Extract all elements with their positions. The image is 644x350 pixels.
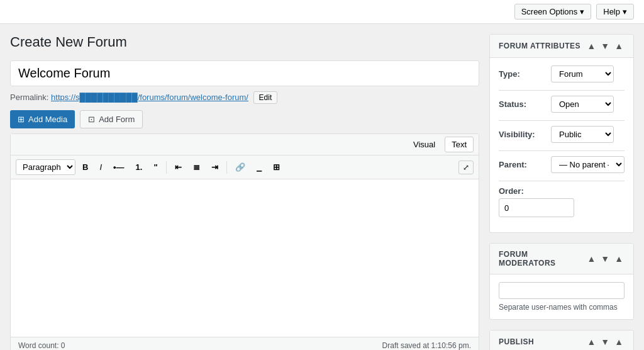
editor-format-bar: Paragraph B I •— 1. " ⇤ ≣ ⇥ 🔗 ⎯ ⊞ ⤢ [11,155,479,179]
publish-collapse-button[interactable]: ▲ [613,337,625,347]
add-form-button[interactable]: ⊡ Add Form [80,110,143,128]
blockquote-button[interactable]: " [149,161,162,174]
expand-editor-button[interactable]: ⤢ [458,161,474,174]
publish-arrows: ▲ ▼ ▲ [586,337,625,347]
visibility-select[interactable]: Public Private Hidden [551,126,614,143]
unordered-list-button[interactable]: •— [109,161,129,174]
status-label: Status: [499,99,546,109]
help-arrow: ▾ [623,7,627,16]
publish-title: PUBLISH [499,337,534,346]
moderators-hint: Separate user-names with commas [499,303,625,312]
ordered-list-button[interactable]: 1. [131,161,147,174]
link-button[interactable]: 🔗 [231,161,250,174]
forum-attributes-collapse-button[interactable]: ▲ [613,41,625,51]
tab-visual[interactable]: Visual [406,137,442,152]
forum-attributes-header: FORUM ATTRIBUTES ▲ ▼ ▲ [490,35,633,58]
forum-moderators-title: FORUM MODERATORS [499,250,586,268]
format-select[interactable]: Paragraph [16,159,75,175]
forum-attributes-arrows: ▲ ▼ ▲ [586,41,625,51]
forum-moderators-down-button[interactable]: ▼ [599,254,611,264]
add-media-icon: ⊞ [18,115,25,124]
moderators-input[interactable] [499,282,625,299]
visibility-field-row: Visibility: Public Private Hidden [499,126,625,143]
format-divider-2 [226,161,227,174]
align-left-button[interactable]: ⇤ [170,161,186,174]
forum-attributes-title: FORUM ATTRIBUTES [499,42,580,50]
permalink-link[interactable]: https://s██████████/forums/forum/welcome… [51,93,248,102]
publish-panel: PUBLISH ▲ ▼ ▲ Move to Trash Publish [489,330,634,350]
order-input[interactable] [499,200,574,216]
sidebar: FORUM ATTRIBUTES ▲ ▼ ▲ Type: Forum Categ… [489,34,634,350]
screen-options-button[interactable]: Screen Options ▾ [514,4,592,20]
forum-moderators-up-button[interactable]: ▲ [586,254,597,264]
editor-toolbar-top: ⊞ Add Media ⊡ Add Form [10,110,479,128]
forum-moderators-body: Separate user-names with commas [490,274,633,319]
tab-text[interactable]: Text [445,137,474,152]
type-label: Type: [499,69,546,79]
forum-attributes-body: Type: Forum Category Status: Open Closed [490,58,633,232]
forum-moderators-panel: FORUM MODERATORS ▲ ▼ ▲ Separate user-nam… [489,243,634,320]
page-title: Create New Forum [10,34,479,50]
horizontal-rule-button[interactable]: ⎯ [252,161,266,174]
field-divider-1 [499,90,625,91]
forum-moderators-arrows: ▲ ▼ ▲ [586,254,625,264]
forum-title-input[interactable] [10,60,479,86]
editor-footer: Word count: 0 Draft saved at 1:10:56 pm. [11,337,479,350]
bold-button[interactable]: B [78,161,92,174]
align-center-button[interactable]: ≣ [189,161,204,174]
editor-area[interactable] [11,179,479,337]
italic-button[interactable]: I [95,161,106,174]
parent-label: Parent: [499,160,546,169]
publish-header: PUBLISH ▲ ▼ ▲ [490,330,633,350]
main-content: Create New Forum Permalink: https://s███… [10,34,479,350]
screen-options-label: Screen Options [521,7,578,16]
order-field-col: Order: ▲ ▼ [499,186,625,217]
field-divider-4 [499,181,625,181]
forum-moderators-collapse-button[interactable]: ▲ [613,254,625,264]
add-form-icon: ⊡ [88,115,95,124]
add-form-label: Add Form [99,115,135,124]
table-button[interactable]: ⊞ [269,161,284,174]
permalink-label: Permalink: [10,93,48,102]
visibility-label: Visibility: [499,130,546,139]
parent-field-row: Parent: — No parent — [499,156,625,173]
align-right-button[interactable]: ⇥ [207,161,223,174]
forum-attributes-panel: FORUM ATTRIBUTES ▲ ▼ ▲ Type: Forum Categ… [489,34,634,233]
permalink-bar: Permalink: https://s██████████/forums/fo… [10,91,479,104]
parent-select[interactable]: — No parent — [551,156,625,173]
type-field-row: Type: Forum Category [499,65,625,82]
forum-attributes-up-button[interactable]: ▲ [586,41,597,51]
page-wrapper: Create New Forum Permalink: https://s███… [0,24,644,350]
permalink-edit-button[interactable]: Edit [253,91,278,104]
editor-wrapper: Visual Text Paragraph B I •— 1. " ⇤ ≣ ⇥ … [10,133,479,350]
draft-status: Draft saved at 1:10:56 pm. [382,341,471,350]
order-input-wrapper: ▲ ▼ [499,198,574,217]
help-button[interactable]: Help ▾ [596,4,634,20]
help-label: Help [603,7,620,16]
type-select[interactable]: Forum Category [551,65,614,82]
publish-down-button[interactable]: ▼ [599,337,611,347]
field-divider-2 [499,120,625,121]
word-count: Word count: 0 [18,341,65,350]
publish-up-button[interactable]: ▲ [586,337,597,347]
forum-moderators-header: FORUM MODERATORS ▲ ▼ ▲ [490,244,633,274]
add-media-button[interactable]: ⊞ Add Media [10,110,75,128]
field-divider-3 [499,150,625,151]
add-media-label: Add Media [28,115,67,124]
screen-options-arrow: ▾ [580,7,584,16]
format-divider-1 [166,161,167,174]
forum-attributes-down-button[interactable]: ▼ [599,41,611,51]
editor-tabs: Visual Text [11,134,479,155]
admin-bar: Screen Options ▾ Help ▾ [0,0,644,24]
status-field-row: Status: Open Closed [499,96,625,113]
status-select[interactable]: Open Closed [551,96,614,113]
order-label: Order: [499,186,625,196]
